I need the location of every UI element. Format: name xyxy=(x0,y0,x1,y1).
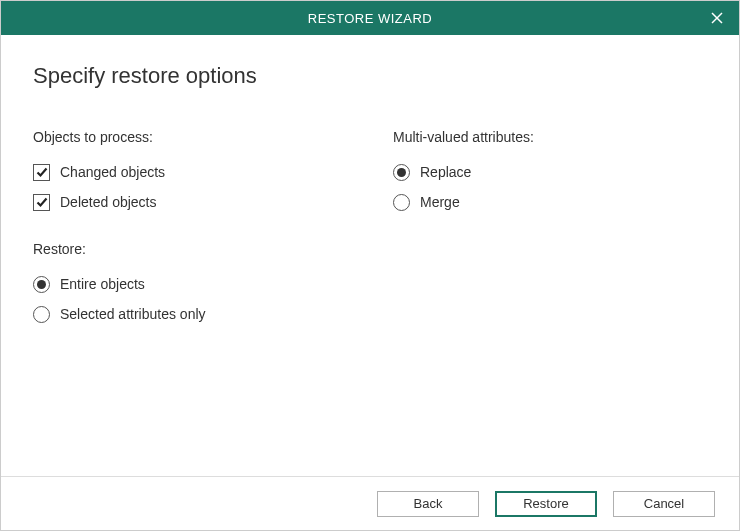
close-button[interactable] xyxy=(695,1,739,35)
merge-label: Merge xyxy=(420,194,460,210)
restore-wizard-window: RESTORE WIZARD Specify restore options O… xyxy=(0,0,740,531)
right-column: Multi-valued attributes: Replace Merge xyxy=(393,129,673,329)
deleted-objects-checkbox[interactable] xyxy=(33,194,50,211)
check-icon xyxy=(36,196,48,208)
deleted-objects-option[interactable]: Deleted objects xyxy=(33,187,313,217)
restore-button[interactable]: Restore xyxy=(495,491,597,517)
objects-to-process-label: Objects to process: xyxy=(33,129,313,145)
titlebar: RESTORE WIZARD xyxy=(1,1,739,35)
merge-option[interactable]: Merge xyxy=(393,187,673,217)
page-title: Specify restore options xyxy=(33,63,707,89)
replace-label: Replace xyxy=(420,164,471,180)
changed-objects-option[interactable]: Changed objects xyxy=(33,157,313,187)
left-column: Objects to process: Changed objects Dele… xyxy=(33,129,313,329)
entire-objects-label: Entire objects xyxy=(60,276,145,292)
radio-dot-icon xyxy=(37,280,46,289)
entire-objects-radio[interactable] xyxy=(33,276,50,293)
footer: Back Restore Cancel xyxy=(1,476,739,530)
restore-group-label: Restore: xyxy=(33,241,313,257)
entire-objects-option[interactable]: Entire objects xyxy=(33,269,313,299)
content-area: Specify restore options Objects to proce… xyxy=(1,35,739,476)
merge-radio[interactable] xyxy=(393,194,410,211)
radio-dot-icon xyxy=(397,168,406,177)
check-icon xyxy=(36,166,48,178)
selected-attributes-label: Selected attributes only xyxy=(60,306,206,322)
selected-attributes-option[interactable]: Selected attributes only xyxy=(33,299,313,329)
selected-attributes-radio[interactable] xyxy=(33,306,50,323)
changed-objects-checkbox[interactable] xyxy=(33,164,50,181)
multi-valued-label: Multi-valued attributes: xyxy=(393,129,673,145)
deleted-objects-label: Deleted objects xyxy=(60,194,157,210)
close-icon xyxy=(711,12,723,24)
replace-radio[interactable] xyxy=(393,164,410,181)
window-title: RESTORE WIZARD xyxy=(308,11,433,26)
cancel-button[interactable]: Cancel xyxy=(613,491,715,517)
changed-objects-label: Changed objects xyxy=(60,164,165,180)
back-button[interactable]: Back xyxy=(377,491,479,517)
options-columns: Objects to process: Changed objects Dele… xyxy=(33,129,707,329)
replace-option[interactable]: Replace xyxy=(393,157,673,187)
